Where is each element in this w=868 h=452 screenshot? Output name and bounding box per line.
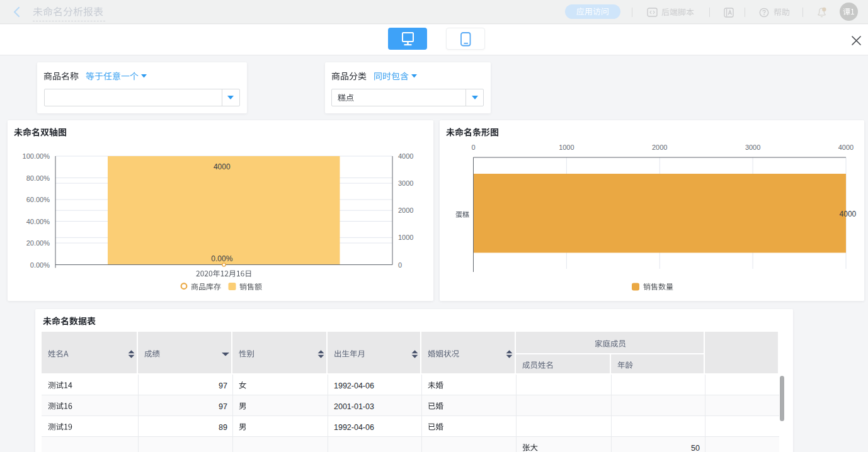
svg-text:2000: 2000: [398, 206, 413, 214]
svg-text:60.00%: 60.00%: [26, 196, 50, 203]
svg-text:3000: 3000: [745, 144, 760, 151]
svg-text:80.00%: 80.00%: [26, 174, 50, 182]
svg-text:0: 0: [471, 144, 475, 151]
svg-text:4000: 4000: [840, 210, 857, 218]
svg-text:0.00%: 0.00%: [211, 254, 232, 263]
svg-text:2000: 2000: [652, 144, 667, 151]
svg-text:0: 0: [398, 261, 402, 269]
svg-text:1000: 1000: [559, 144, 574, 151]
svg-text:20.00%: 20.00%: [26, 239, 50, 247]
svg-text:0.00%: 0.00%: [30, 261, 50, 269]
svg-text:4000: 4000: [398, 152, 413, 160]
svg-text:4000: 4000: [214, 162, 231, 171]
svg-text:4000: 4000: [838, 144, 854, 151]
svg-text:100.00%: 100.00%: [23, 152, 50, 160]
svg-text:3000: 3000: [398, 179, 413, 187]
svg-text:1000: 1000: [398, 234, 413, 241]
svg-text:40.00%: 40.00%: [26, 218, 50, 225]
